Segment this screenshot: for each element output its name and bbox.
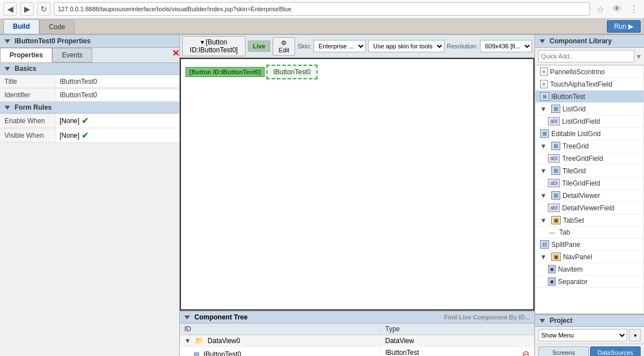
list-item[interactable]: ▼ ⊞ DetailViewer	[536, 190, 643, 202]
skin-label: Skin:	[297, 43, 311, 49]
tree-search-label[interactable]: Find Live Component By ID...	[250, 314, 530, 321]
list-item[interactable]: abl TreeGridField	[536, 152, 643, 165]
tilegrid-label: TileGrid	[563, 167, 586, 175]
menu-button[interactable]: ⋮	[627, 2, 641, 16]
list-item[interactable]: ▼ ▣ NavPanel	[536, 251, 643, 263]
form-rules-label: Form Rules	[15, 103, 52, 111]
navpanel-label: NavPanel	[563, 253, 592, 261]
list-item[interactable]: — Tab	[536, 227, 643, 238]
identifier-label: Identifier	[0, 89, 56, 101]
list-item[interactable]: ▼ ⊞ TreeGrid	[536, 140, 643, 152]
component-tree: Component Tree Find Live Component By ID…	[180, 310, 534, 356]
tabset-label: TabSet	[563, 217, 584, 224]
tab-code[interactable]: Code	[39, 20, 75, 34]
reload-button[interactable]: ↻	[37, 2, 51, 16]
list-item[interactable]: abl TileGridField	[536, 177, 643, 190]
visible-when-value[interactable]: [None]	[60, 132, 79, 139]
identifier-value[interactable]: IButtonTest0	[56, 89, 179, 101]
center-panel: ▾ [Button ID:IButtonTest0] Live ⚙ Edit S…	[180, 35, 534, 356]
center-toolbar: ▾ [Button ID:IButtonTest0] Live ⚙ Edit S…	[180, 35, 534, 58]
skin-select[interactable]: Enterprise ...	[314, 40, 366, 52]
bookmark-button[interactable]: ☆	[593, 2, 607, 16]
show-menu-dropdown-button[interactable]: ▾	[629, 329, 641, 341]
list-item[interactable]: abl DetailViewerField	[536, 202, 643, 214]
library-header-label: Component Library	[550, 37, 612, 45]
close-panel-button[interactable]: ✕	[172, 48, 179, 62]
browser-chrome: ◀ ▶ ↻ ☆ 👁 ⋮	[0, 0, 644, 19]
delete-row-icon[interactable]: ⊖	[522, 349, 529, 356]
component-select-dropdown[interactable]: ▾ [Button ID:IButtonTest0]	[182, 36, 246, 56]
folder-icon: 📁	[195, 337, 203, 345]
form-rules-section-header[interactable]: Form Rules	[0, 102, 179, 114]
left-panel-tabs: Properties Events ✕	[0, 48, 179, 63]
listgrid-expand-icon[interactable]: ▼	[540, 105, 547, 113]
navpanel-expand-icon[interactable]: ▼	[540, 253, 547, 261]
tab-datasources[interactable]: DataSources	[590, 346, 641, 356]
app-tabs: Build Code	[3, 19, 75, 34]
ibutton-label: IButtonTest	[551, 93, 585, 101]
list-item[interactable]: ▼ ⊞ ListGrid	[536, 103, 643, 115]
navpanel-icon: ▣	[551, 253, 561, 261]
basics-label: Basics	[15, 65, 37, 73]
pannello-label: PannelloScontrino	[550, 68, 605, 76]
list-item[interactable]: ■ Navitem	[536, 263, 643, 276]
title-row: Title IButtonTest0	[0, 75, 179, 88]
forward-button[interactable]: ▶	[20, 2, 34, 16]
list-item[interactable]: ≡ PannelloScontrino	[536, 66, 643, 78]
tilegrid-expand-icon[interactable]: ▼	[540, 167, 547, 175]
treegrid-expand-icon[interactable]: ▼	[540, 142, 547, 150]
treegridfield-icon: abl	[548, 154, 560, 163]
detailviewer-expand-icon[interactable]: ▼	[540, 192, 547, 200]
tab-events[interactable]: Events	[52, 48, 92, 62]
listgrid-icon: ⊞	[551, 105, 560, 113]
basics-section-header[interactable]: Basics	[0, 63, 179, 75]
touch-label: TouchAlphaTextField	[550, 80, 613, 88]
show-menu-select[interactable]: Show Menu	[538, 329, 627, 341]
list-item[interactable]: ▼ ▣ TabSet	[536, 214, 643, 227]
selected-component-container: [Button ID:IButtonTest0] IButtonTest0	[185, 64, 318, 79]
resolution-select[interactable]: 609x436 [fi...	[480, 40, 532, 52]
enable-when-value[interactable]: [None]	[60, 117, 79, 125]
table-row[interactable]: ▼ 📁 DataView0 DataView	[180, 335, 534, 347]
edit-button[interactable]: ⚙ Edit	[273, 37, 295, 56]
canvas-area[interactable]: [Button ID:IButtonTest0] IButtonTest0	[180, 58, 534, 310]
list-item[interactable]: ■ Separator	[536, 276, 643, 288]
list-item[interactable]: ⊞ IButtonTest	[536, 91, 643, 103]
separator-icon: ■	[548, 277, 556, 286]
eye-button[interactable]: 👁	[610, 2, 624, 16]
list-item[interactable]: ≡ TouchAlphaTextField	[536, 78, 643, 91]
form-rules-expand-icon	[4, 106, 10, 110]
tab-screens[interactable]: Screens	[538, 346, 589, 356]
list-item[interactable]: ⊞ Editable ListGrid	[536, 128, 643, 140]
list-item[interactable]: abl ListGridField	[536, 115, 643, 128]
tree-col-type[interactable]: Type	[380, 323, 534, 335]
treegrid-icon: ⊞	[551, 142, 560, 150]
listgrid-label: ListGrid	[563, 105, 586, 113]
list-item[interactable]: ⊟ SplitPane	[536, 238, 643, 251]
tree-header-label: Component Tree	[194, 313, 248, 321]
address-bar[interactable]	[54, 2, 590, 16]
show-menu-row: Show Menu ▾	[535, 327, 644, 344]
quick-add-row: ▾	[535, 48, 644, 65]
tabset-expand-icon[interactable]: ▼	[540, 217, 547, 224]
project-expand-icon	[539, 319, 545, 323]
list-item[interactable]: ▼ ⊞ TileGrid	[536, 165, 643, 177]
skin-tools-select[interactable]: Use app skin for tools	[368, 40, 445, 52]
live-button[interactable]: Live	[248, 40, 270, 52]
quick-add-icon[interactable]: ▾	[637, 52, 641, 61]
tab-build[interactable]: Build	[3, 19, 39, 34]
expand-icon[interactable]: ▼	[184, 337, 191, 345]
tree-table: ID Type ▼ 📁 DataView0 DataView	[180, 323, 534, 356]
run-button[interactable]: Run ▶	[607, 20, 641, 33]
tree-col-id[interactable]: ID	[180, 323, 380, 335]
tree-cell-id: ▼ 📁 DataView0	[180, 335, 380, 347]
ibutton-component[interactable]: IButtonTest0	[266, 65, 318, 79]
touch-icon: ≡	[540, 80, 548, 88]
title-value[interactable]: IButtonTest0	[56, 76, 179, 87]
library-expand-icon	[539, 39, 545, 43]
tab-properties[interactable]: Properties	[0, 48, 52, 62]
quick-add-input[interactable]	[538, 50, 634, 62]
table-row[interactable]: ▦ IButtonTest0 IButtonTest ⊖	[180, 347, 534, 357]
back-button[interactable]: ◀	[3, 2, 17, 16]
project-header: Project	[535, 315, 644, 327]
